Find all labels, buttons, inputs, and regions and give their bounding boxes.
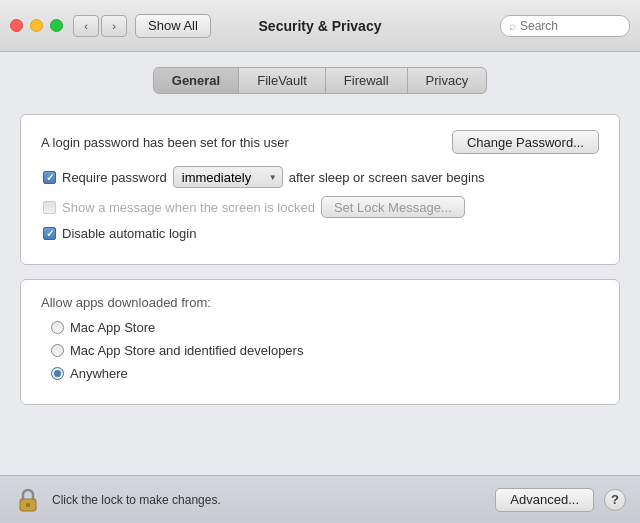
show-message-label: Show a message when the screen is locked [62,200,315,215]
show-message-row: Show a message when the screen is locked… [41,196,599,218]
identified-developers-row: Mac App Store and identified developers [41,343,599,358]
anywhere-label: Anywhere [70,366,128,381]
bottom-bar: Click the lock to make changes. Advanced… [0,475,640,523]
tab-filevault[interactable]: FileVault [239,68,326,93]
search-icon: ⌕ [509,19,516,33]
require-password-row: Require password immediately after sleep… [41,166,599,188]
tab-group: General FileVault Firewall Privacy [153,67,487,94]
after-sleep-label: after sleep or screen saver begins [289,170,485,185]
set-lock-message-button[interactable]: Set Lock Message... [321,196,465,218]
show-all-button[interactable]: Show All [135,14,211,38]
require-password-checkbox[interactable] [43,171,56,184]
tab-general[interactable]: General [154,68,239,93]
change-password-button[interactable]: Change Password... [452,130,599,154]
apps-section-title: Allow apps downloaded from: [41,295,599,310]
tab-privacy[interactable]: Privacy [408,68,487,93]
disable-auto-login-checkbox[interactable] [43,227,56,240]
require-password-label: Require password [62,170,167,185]
identified-developers-radio[interactable] [51,344,64,357]
main-content: General FileVault Firewall Privacy A log… [0,52,640,475]
disable-auto-login-label: Disable automatic login [62,226,196,241]
back-button[interactable]: ‹ [73,15,99,37]
svg-rect-1 [26,503,30,507]
password-section: A login password has been set for this u… [20,114,620,265]
mac-app-store-row: Mac App Store [41,320,599,335]
anywhere-row: Anywhere [41,366,599,381]
apps-section: Allow apps downloaded from: Mac App Stor… [20,279,620,405]
immediately-dropdown[interactable]: immediately [173,166,283,188]
search-input[interactable] [520,19,610,33]
mac-app-store-label: Mac App Store [70,320,155,335]
search-box[interactable]: ⌕ [500,15,630,37]
tabs-container: General FileVault Firewall Privacy [20,67,620,94]
minimize-button[interactable] [30,19,43,32]
anywhere-radio[interactable] [51,367,64,380]
show-message-checkbox[interactable] [43,201,56,214]
nav-arrows: ‹ › [73,15,127,37]
forward-button[interactable]: › [101,15,127,37]
window-controls [10,19,63,32]
window-title: Security & Privacy [259,18,382,34]
password-row: A login password has been set for this u… [41,130,599,154]
immediately-value: immediately [182,170,251,185]
close-button[interactable] [10,19,23,32]
titlebar: ‹ › Show All Security & Privacy ⌕ [0,0,640,52]
lock-text: Click the lock to make changes. [52,493,485,507]
disable-auto-login-row: Disable automatic login [41,226,599,241]
mac-app-store-radio[interactable] [51,321,64,334]
password-notice: A login password has been set for this u… [41,135,442,150]
help-button[interactable]: ? [604,489,626,511]
lock-icon[interactable] [14,486,42,514]
identified-developers-label: Mac App Store and identified developers [70,343,303,358]
tab-firewall[interactable]: Firewall [326,68,408,93]
advanced-button[interactable]: Advanced... [495,488,594,512]
maximize-button[interactable] [50,19,63,32]
